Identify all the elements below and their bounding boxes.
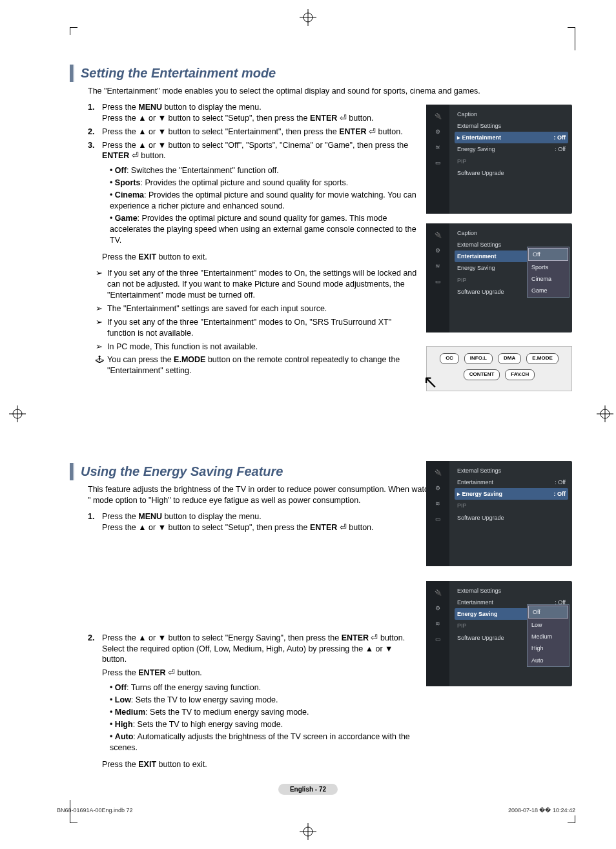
remote-button[interactable]: CONTENT (464, 369, 500, 380)
bullet: High: Sets the TV to high energy saving … (110, 719, 417, 730)
menu-row[interactable]: Entertainment: Off (455, 476, 568, 488)
option[interactable]: Sports (528, 261, 569, 273)
plug-icon: 🔌 (431, 110, 444, 123)
osd-setup-energy: Setup 🔌 ⚙ ≋ ▭ External Settings Entertai… (426, 461, 572, 566)
enter-icon: ⏎ (371, 633, 378, 642)
registration-mark (597, 405, 613, 422)
menu-row[interactable]: External Settings (455, 120, 568, 132)
note: ➢If you set any of the three "Entertainm… (96, 317, 417, 339)
menu-row[interactable]: PIP (455, 500, 568, 511)
intro-text: The "Entertainment" mode enables you to … (88, 86, 572, 97)
menu-row[interactable]: External Settings (455, 465, 568, 476)
footer-file: BN68-01691A-00Eng.indb 72 (57, 806, 133, 814)
remote-button[interactable]: E.MODE (526, 353, 559, 364)
remote-control: CC INFO.L DMA E.MODE CONTENT FAV.CH ↖ (426, 346, 572, 391)
osd-energy-options: Setup 🔌 ⚙ ≋ ▭ External Settings Entertai… (426, 581, 572, 686)
remote-button[interactable]: FAV.CH (505, 369, 535, 380)
gear-icon: ⚙ (431, 482, 444, 495)
option[interactable]: Low (528, 619, 569, 631)
eco-icon: ≋ (431, 141, 444, 154)
menu-row[interactable]: Software Upgrade (455, 512, 568, 524)
registration-mark (9, 405, 26, 422)
note: ➢If you set any of the three "Entertainm… (96, 268, 417, 301)
bullet: Sports: Provides the optimal picture and… (110, 178, 417, 189)
dropdown-energy[interactable]: Off Low Medium High Auto (527, 604, 570, 667)
eco-icon: ≋ (431, 260, 444, 272)
heading-entertainment: Setting the Entertainment mode (81, 65, 276, 82)
dropdown-entertainment[interactable]: Off Sports Cinema Game (527, 247, 570, 298)
option[interactable]: Game (528, 285, 569, 296)
eco-icon: ≋ (431, 617, 444, 630)
note: ➢The "Entertainment" settings are saved … (96, 303, 417, 314)
bullet: Medium: Sets the TV to medium energy sav… (110, 707, 417, 718)
remote-button[interactable]: CC (440, 353, 459, 364)
registration-mark (300, 823, 316, 840)
menu-row[interactable]: Caption (455, 227, 568, 239)
note: 🕹You can press the E.MODE button on the … (96, 354, 417, 376)
option[interactable]: Off (528, 606, 568, 619)
menu-row[interactable]: External Settings (455, 585, 568, 597)
option[interactable]: Cinema (528, 273, 569, 285)
note: ➢In PC mode, This function is not availa… (96, 342, 417, 353)
section-title: Setting the Entertainment mode (70, 65, 572, 82)
bullet: Cinema: Provides the optimal picture and… (110, 190, 417, 212)
osd-entertainment-options: Setup 🔌 ⚙ ≋ ▭ Caption External Settings … (426, 223, 572, 332)
enter-icon: ⏎ (369, 127, 376, 136)
bullet: Off: Switches the "Entertainment" functi… (110, 165, 417, 176)
page-number: English - 72 (0, 784, 616, 795)
bullet: Game: Provides the optimal picture and s… (110, 213, 417, 246)
footer-timestamp: 2008-07-18 �� 10:24:42 (508, 806, 575, 814)
menu-row[interactable]: Software Upgrade (455, 167, 568, 179)
gear-icon: ⚙ (431, 244, 444, 257)
bullet: Low: Sets the TV to low energy saving mo… (110, 695, 417, 706)
option[interactable]: Auto (528, 655, 569, 666)
pip-icon: ▭ (431, 156, 444, 169)
gear-icon: ⚙ (431, 602, 444, 615)
enter-icon: ⏎ (168, 668, 175, 677)
gear-icon: ⚙ (431, 125, 444, 138)
option[interactable]: High (528, 642, 569, 654)
osd-setup-entertainment: Setup 🔌 ⚙ ≋ ▭ Caption External Settings … (426, 105, 572, 214)
bullet: Off: Turns off the energy saving functio… (110, 682, 417, 693)
menu-row-selected[interactable]: ▸ Entertainment: Off (455, 132, 568, 143)
remote-icon: 🕹 (96, 354, 107, 376)
enter-icon: ⏎ (340, 523, 347, 532)
plug-icon: 🔌 (431, 466, 444, 479)
enter-icon: ⏎ (340, 114, 347, 123)
pointer-arrow-icon: ↖ (423, 370, 438, 394)
menu-row[interactable]: PIP (455, 156, 568, 167)
remote-button[interactable]: DMA (498, 353, 521, 364)
remote-button[interactable]: INFO.L (464, 353, 493, 364)
heading-energy-saving: Using the Energy Saving Feature (81, 463, 283, 480)
pip-icon: ▭ (431, 513, 444, 526)
plug-icon: 🔌 (431, 229, 444, 241)
option[interactable]: Medium (528, 631, 569, 642)
plug-icon: 🔌 (431, 586, 444, 599)
bullet: Auto: Automatically adjusts the brightne… (110, 731, 417, 753)
menu-row[interactable]: Energy Saving: Off (455, 143, 568, 155)
menu-row[interactable]: Caption (455, 108, 568, 120)
menu-row-selected[interactable]: ▸ Energy Saving: Off (455, 488, 568, 500)
option[interactable]: Off (528, 248, 568, 261)
registration-mark (300, 9, 316, 26)
pip-icon: ▭ (431, 633, 444, 646)
enter-icon: ⏎ (132, 151, 139, 160)
pip-icon: ▭ (431, 275, 444, 288)
eco-icon: ≋ (431, 497, 444, 510)
